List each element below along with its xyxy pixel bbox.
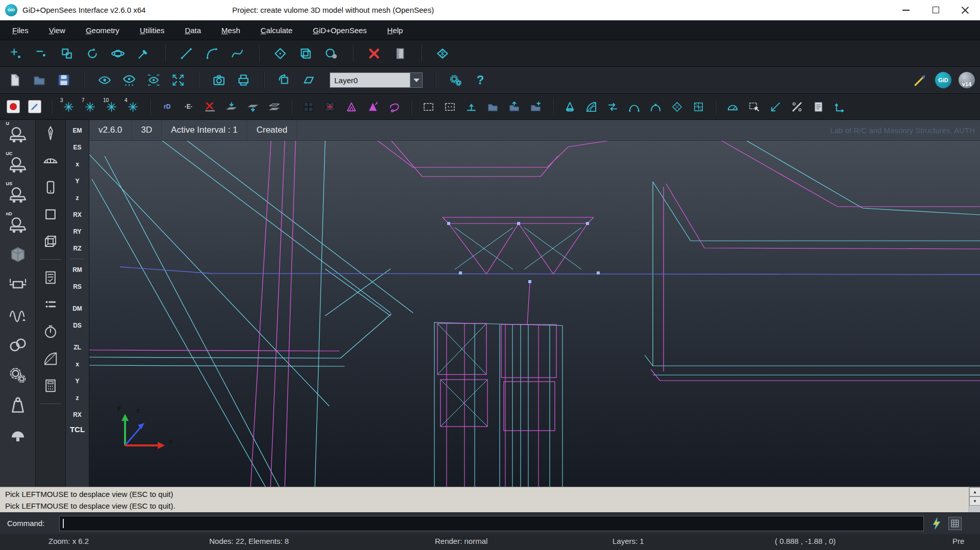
menu-geometry[interactable]: Geometry: [86, 26, 119, 35]
list-button[interactable]: [40, 294, 61, 315]
mesh-struct-icon[interactable]: [692, 100, 705, 114]
mixer-truck-nd-button[interactable]: nD: [6, 212, 30, 237]
mixer-truck-uc-button[interactable]: UC: [6, 152, 30, 177]
edit-macro-icon[interactable]: [28, 100, 41, 114]
menu-calculate[interactable]: Calculate: [261, 26, 293, 35]
stopwatch-button[interactable]: [40, 321, 61, 342]
view-bookmark-3[interactable]: 3: [62, 100, 76, 114]
lamp-button[interactable]: [6, 423, 30, 447]
dof-x[interactable]: x: [76, 156, 79, 172]
paint-surfaces-icon[interactable]: [366, 100, 380, 114]
snapshot-icon[interactable]: [211, 72, 227, 88]
menu-gid-opensees[interactable]: GiD+OpenSees: [313, 26, 366, 35]
menu-utilities[interactable]: Utilities: [140, 26, 164, 35]
gears-button[interactable]: [6, 363, 30, 387]
new-file-icon[interactable]: [7, 72, 22, 88]
menu-help[interactable]: Help: [387, 26, 403, 35]
model-viewport[interactable]: y z x: [89, 141, 980, 487]
plane-view-icon[interactable]: [301, 72, 316, 88]
pick-tool-icon[interactable]: [136, 46, 151, 61]
open-file-icon[interactable]: [32, 72, 47, 88]
folder-open-icon[interactable]: [486, 100, 500, 114]
view-bookmark-7[interactable]: 7: [83, 100, 97, 114]
cut-icon[interactable]: [790, 100, 804, 114]
dof-em[interactable]: EM: [73, 122, 82, 139]
dof-rz[interactable]: RZ: [74, 240, 82, 257]
gid-logo[interactable]: GiD: [935, 72, 951, 88]
pen-button[interactable]: [40, 123, 61, 143]
menu-mesh[interactable]: Mesh: [222, 26, 240, 35]
curve-n2-icon[interactable]: [649, 100, 663, 114]
dof-z2[interactable]: z: [76, 389, 79, 406]
layer-dropdown-button[interactable]: [410, 72, 423, 88]
menu-data[interactable]: Data: [185, 26, 201, 35]
layer-back-icon[interactable]: [267, 100, 281, 114]
dof-rs[interactable]: RS: [73, 278, 82, 295]
dof-z[interactable]: z: [76, 189, 79, 206]
list-sheet-icon[interactable]: [812, 100, 825, 114]
view-entities-icon[interactable]: [146, 72, 161, 88]
transform-recycle-icon[interactable]: [85, 46, 100, 61]
nurbs-surface-icon[interactable]: [273, 46, 288, 61]
signal-wave-button[interactable]: [6, 303, 30, 327]
mixer-truck-us-button[interactable]: US: [6, 182, 30, 207]
mesh-quad-icon[interactable]: [670, 100, 684, 114]
select-window-icon[interactable]: [747, 100, 761, 114]
dimension-icon[interactable]: [769, 100, 782, 114]
save-file-icon[interactable]: [56, 72, 71, 88]
view-visible-icon[interactable]: [97, 72, 112, 88]
copy-point-icon[interactable]: [59, 46, 75, 61]
e-label-icon[interactable]: ·E·: [182, 100, 195, 114]
layer-send-icon[interactable]: [225, 100, 238, 114]
normals-icon[interactable]: [464, 100, 478, 114]
section-button[interactable]: [40, 204, 61, 224]
calculator-button[interactable]: [40, 376, 61, 396]
swap-arrow-icon[interactable]: [606, 100, 620, 114]
mixer-truck-u-button[interactable]: U: [6, 122, 30, 146]
add-point-icon[interactable]: [8, 46, 23, 61]
maximize-button[interactable]: [921, 0, 950, 20]
volume-tool-icon[interactable]: [298, 46, 313, 61]
paint-volumes-icon[interactable]: [345, 100, 358, 114]
tcl-button[interactable]: TCL: [70, 425, 85, 434]
close-button[interactable]: [950, 0, 980, 20]
menu-files[interactable]: Files: [12, 26, 29, 35]
delete-icon[interactable]: [366, 46, 382, 61]
dof-y[interactable]: Y: [75, 172, 79, 189]
dimension-mode[interactable]: 3D: [132, 120, 162, 140]
bridge-button[interactable]: [40, 150, 61, 170]
quit-tool-icon[interactable]: [392, 46, 407, 61]
message-scrollbar[interactable]: ▲ ▼: [969, 487, 980, 512]
print-icon[interactable]: [236, 72, 251, 88]
preferences-icon[interactable]: [448, 72, 463, 88]
dof-y2[interactable]: Y: [75, 372, 79, 389]
scroll-down-button[interactable]: ▼: [969, 496, 980, 506]
view-layers-icon[interactable]: [121, 72, 137, 88]
grid-toggle-icon[interactable]: [302, 100, 315, 114]
view-bookmark-4[interactable]: 4: [126, 100, 140, 114]
layer-to-front-icon[interactable]: [246, 100, 260, 114]
grid-axes-icon[interactable]: [323, 100, 337, 114]
delete-entities-icon[interactable]: [203, 100, 217, 114]
menu-view[interactable]: View: [49, 26, 65, 35]
select-lasso-icon[interactable]: [387, 100, 401, 114]
fan-surfaces-icon[interactable]: [584, 100, 598, 114]
arc-tool-icon[interactable]: [204, 46, 219, 61]
spline-tool-icon[interactable]: [230, 46, 245, 61]
marquee-dots-icon[interactable]: [443, 100, 457, 114]
device-button[interactable]: [40, 177, 61, 197]
dof-dm[interactable]: DM: [72, 300, 82, 317]
rotate-view-icon[interactable]: [277, 72, 292, 88]
extend-point-icon[interactable]: [34, 46, 49, 61]
rd-label-icon[interactable]: rD: [160, 100, 174, 114]
scale-weight-button[interactable]: [6, 393, 30, 417]
help-icon[interactable]: ?: [473, 72, 488, 88]
zoom-frame-icon[interactable]: [170, 72, 186, 88]
dof-ry[interactable]: RY: [73, 223, 81, 240]
layer-select[interactable]: Layer0: [330, 72, 410, 88]
fan-mesh-button[interactable]: [40, 348, 61, 369]
folder-up-icon[interactable]: [507, 100, 521, 114]
signature-pen-icon[interactable]: [913, 72, 928, 88]
run-command-icon[interactable]: [929, 516, 944, 531]
curve-n1-icon[interactable]: [627, 100, 641, 114]
